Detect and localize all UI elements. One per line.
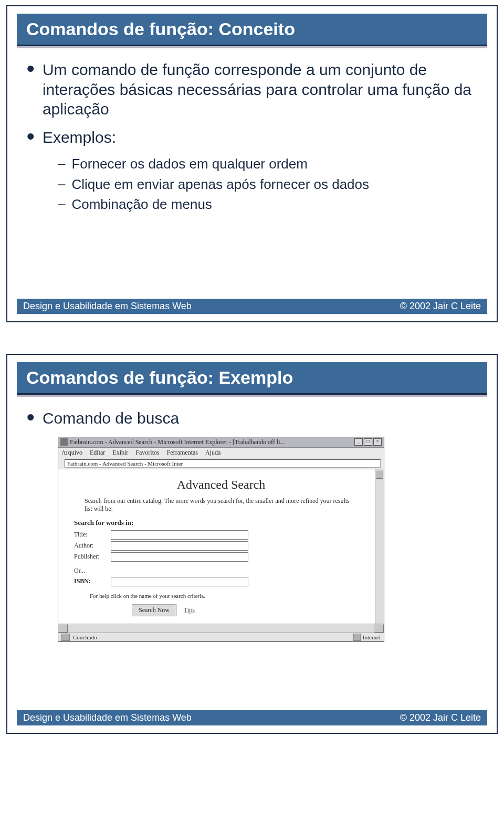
close-button[interactable]: × bbox=[373, 438, 382, 446]
slide-title: Comandos de função: Exemplo bbox=[17, 362, 487, 395]
sub-bullet-text: Combinação de menus bbox=[71, 196, 212, 213]
publisher-input[interactable] bbox=[111, 552, 248, 562]
menu-item[interactable]: Ajuda bbox=[205, 449, 220, 457]
slide-footer: Design e Usabilidade em Sistemas Web © 2… bbox=[17, 299, 487, 314]
title-input[interactable] bbox=[111, 530, 248, 540]
search-now-button[interactable]: Search Now bbox=[132, 604, 176, 616]
dash-icon: – bbox=[58, 176, 65, 192]
sub-bullet-text: Fornecer os dados em qualquer ordem bbox=[71, 155, 307, 173]
slide-2-inner: Comandos de função: Exemplo ● Comando de… bbox=[7, 355, 497, 733]
menu-item[interactable]: Ferramentas bbox=[167, 449, 198, 457]
slide-1-content: ● Um comando de função corresponde a um … bbox=[17, 60, 487, 213]
browser-menubar: Arquivo Editar Exibir Favoritos Ferramen… bbox=[58, 448, 384, 458]
browser-address-bar: Fatbrain.com - Advanced Search - Microso… bbox=[58, 458, 384, 469]
slide-footer: Design e Usabilidade em Sistemas Web © 2… bbox=[17, 710, 487, 725]
menu-item[interactable]: Favoritos bbox=[135, 449, 159, 457]
status-text: Concluído bbox=[73, 634, 97, 640]
section-label: Search for words in: bbox=[74, 519, 373, 527]
slide-1: Comandos de função: Conceito ● Um comand… bbox=[6, 5, 498, 322]
field-row: ISBN: bbox=[74, 577, 373, 586]
field-label: Title: bbox=[74, 531, 111, 539]
menu-item[interactable]: Exibir bbox=[112, 449, 128, 457]
window-title: Fatbrain.com - Advanced Search - Microso… bbox=[70, 438, 285, 446]
browser-titlebar: Fatbrain.com - Advanced Search - Microso… bbox=[58, 437, 384, 448]
scroll-thumb[interactable] bbox=[376, 470, 383, 479]
field-row: Author: bbox=[74, 541, 373, 551]
slide-2: Comandos de função: Exemplo ● Comando de… bbox=[6, 354, 498, 734]
field-label: Publisher: bbox=[74, 553, 111, 561]
address-field[interactable]: Fatbrain.com - Advanced Search - Microso… bbox=[65, 459, 381, 468]
page-description: Search from our entire catalog. The more… bbox=[85, 497, 358, 513]
dash-icon: – bbox=[58, 155, 65, 172]
zone-indicator: Internet bbox=[353, 634, 381, 641]
minimize-button[interactable]: _ bbox=[354, 438, 363, 446]
maximize-button[interactable]: □ bbox=[364, 438, 372, 446]
horizontal-scrollbar[interactable] bbox=[58, 624, 384, 633]
browser-status-bar: Concluído Internet bbox=[58, 633, 384, 641]
sub-bullet-item: – Fornecer os dados em qualquer ordem bbox=[58, 155, 481, 173]
isbn-label: ISBN: bbox=[74, 577, 111, 585]
bullet-icon: ● bbox=[26, 409, 35, 424]
sub-bullet-item: – Combinação de menus bbox=[58, 196, 481, 213]
footer-right: © 2002 Jair C Leite bbox=[400, 301, 481, 312]
scroll-right-icon[interactable] bbox=[374, 624, 384, 633]
field-label: Author: bbox=[74, 542, 111, 550]
browser-page: Advanced Search Search from our entire c… bbox=[58, 469, 384, 624]
bullet-icon: ● bbox=[26, 129, 35, 143]
field-row: Title: bbox=[74, 530, 373, 540]
footer-left: Design e Usabilidade em Sistemas Web bbox=[23, 301, 192, 312]
embedded-browser: Fatbrain.com - Advanced Search - Microso… bbox=[58, 437, 384, 642]
bullet-item: ● Um comando de função corresponde a um … bbox=[26, 60, 481, 119]
scroll-left-icon[interactable] bbox=[58, 624, 68, 633]
zone-text: Internet bbox=[363, 634, 381, 640]
field-row: Publisher: bbox=[74, 552, 373, 562]
bullet-text: Um comando de função corresponde a um co… bbox=[43, 60, 481, 119]
vertical-scrollbar[interactable] bbox=[375, 469, 384, 624]
slide-1-inner: Comandos de função: Conceito ● Um comand… bbox=[7, 6, 497, 321]
ie-icon bbox=[60, 438, 68, 446]
or-label: Or... bbox=[74, 567, 373, 575]
isbn-input[interactable] bbox=[111, 577, 248, 586]
sub-bullet-text: Clique em enviar apenas após fornecer os… bbox=[71, 176, 369, 193]
bullet-text: Comando de busca bbox=[43, 408, 179, 428]
bullet-item: ● Comando de busca bbox=[26, 408, 481, 428]
help-text: For help click on the name of your searc… bbox=[90, 593, 373, 599]
button-row: Search Now Tips bbox=[132, 604, 373, 616]
bullet-text: Exemplos: bbox=[43, 128, 116, 148]
author-input[interactable] bbox=[111, 541, 248, 551]
globe-icon bbox=[353, 634, 361, 641]
bullet-item: ● Exemplos: bbox=[26, 128, 481, 148]
menu-item[interactable]: Arquivo bbox=[61, 449, 82, 457]
footer-right: © 2002 Jair C Leite bbox=[400, 712, 481, 723]
slide-title: Comandos de função: Conceito bbox=[17, 14, 487, 46]
sub-bullet-item: – Clique em enviar apenas após fornecer … bbox=[58, 176, 481, 193]
menu-item[interactable]: Editar bbox=[90, 449, 105, 457]
tips-link[interactable]: Tips bbox=[184, 606, 195, 614]
page-heading: Advanced Search bbox=[69, 478, 373, 492]
page-icon bbox=[61, 634, 70, 641]
footer-left: Design e Usabilidade em Sistemas Web bbox=[23, 712, 192, 723]
dash-icon: – bbox=[58, 196, 65, 212]
slide-2-content: ● Comando de busca Fatbrain.com - Advanc… bbox=[17, 408, 487, 642]
bullet-icon: ● bbox=[26, 61, 35, 76]
